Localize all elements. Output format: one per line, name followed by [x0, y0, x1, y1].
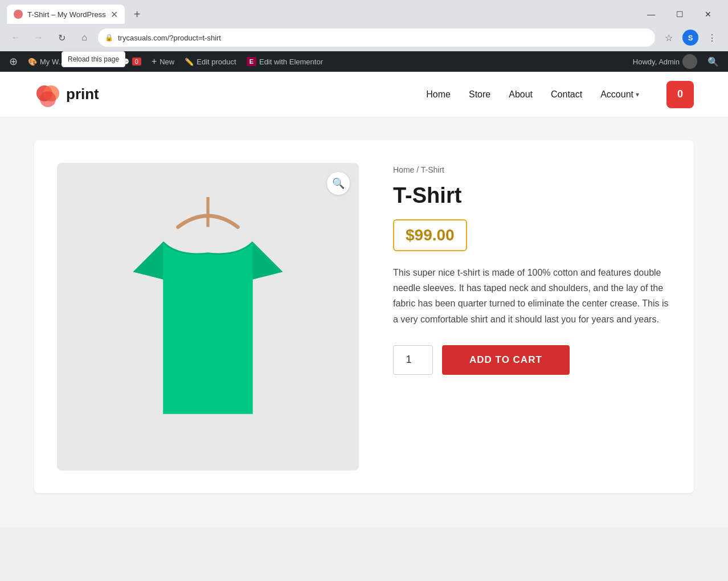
maximize-button[interactable]: ☐	[666, 5, 693, 23]
edit-product-label: Edit product	[197, 58, 236, 66]
address-bar[interactable]: 🔒 trycasuals.com/?product=t-shirt	[98, 28, 655, 47]
elementor-label: Edit with Elementor	[259, 58, 323, 66]
close-button[interactable]: ✕	[695, 5, 721, 23]
back-button[interactable]: ←	[7, 28, 25, 47]
nav-account-label: Account	[600, 89, 633, 100]
breadcrumb: Home / T-Shirt	[393, 165, 671, 174]
site-nav: Home Store About Contact Account ▾ 0	[426, 81, 694, 108]
nav-store[interactable]: Store	[469, 89, 490, 100]
window-controls: — ☐ ✕	[638, 5, 721, 23]
nav-home[interactable]: Home	[426, 89, 451, 100]
product-card: 🔍 Home	[34, 140, 694, 493]
svg-point-2	[40, 91, 56, 107]
wp-logo-item[interactable]: ⊕	[5, 51, 22, 72]
price-box: $99.00	[393, 219, 467, 251]
plus-icon: +	[152, 56, 157, 67]
paint-icon: 🎨	[28, 58, 37, 66]
wp-logo-icon: ⊕	[9, 55, 18, 68]
site-header: print Home Store About Contact Account ▾…	[0, 72, 728, 117]
tab-close-btn[interactable]: ✕	[111, 9, 118, 20]
product-details: Home / T-Shirt T-Shirt $99.00 This super…	[393, 163, 671, 470]
breadcrumb-current: T-Shirt	[421, 165, 444, 174]
product-title: T-Shirt	[393, 183, 671, 208]
admin-avatar	[682, 54, 697, 69]
tab-favicon	[14, 10, 23, 19]
menu-button[interactable]: ⋮	[703, 28, 721, 47]
new-label: New	[159, 58, 174, 66]
wp-new-item[interactable]: + New	[147, 51, 179, 72]
browser-titlebar: T-Shirt – My WordPress ✕ + — ☐ ✕	[0, 0, 728, 24]
new-tab-button[interactable]: +	[129, 6, 145, 23]
howdy-text: Howdy, Admin	[633, 58, 680, 66]
page-content: 🔍 Home	[0, 117, 728, 527]
product-description: This super nice t-shirt is made of 100% …	[393, 265, 671, 327]
browser-toolbar: ← → ↻ Reload this page ⌂ 🔒 trycasuals.co…	[0, 24, 728, 51]
comment-count: 0	[132, 58, 141, 66]
edit-icon: ✏️	[185, 58, 194, 66]
adminbar-right: Howdy, Admin 🔍	[628, 54, 723, 69]
nav-account[interactable]: Account ▾	[600, 89, 639, 100]
breadcrumb-separator: /	[416, 165, 421, 174]
url-text: trycasuals.com/?product=t-shirt	[118, 34, 221, 42]
nav-about[interactable]: About	[509, 89, 533, 100]
cart-button[interactable]: 0	[666, 81, 694, 108]
elementor-icon: E	[247, 57, 256, 66]
zoom-button[interactable]: 🔍	[327, 172, 350, 195]
lock-icon: 🔒	[105, 34, 113, 42]
cart-count: 0	[677, 88, 683, 100]
chevron-down-icon: ▾	[636, 91, 639, 99]
forward-button[interactable]: →	[30, 28, 48, 47]
wp-edit-product-item[interactable]: ✏️ Edit product	[180, 51, 240, 72]
logo-icon	[34, 81, 62, 108]
quantity-input[interactable]	[393, 345, 433, 375]
home-button[interactable]: ⌂	[75, 28, 93, 47]
profile-icon[interactable]: S	[682, 30, 698, 46]
logo-text: print	[66, 85, 99, 103]
minimize-button[interactable]: —	[638, 5, 664, 23]
add-to-cart-button[interactable]: ADD TO CART	[442, 345, 570, 375]
mysite-label: My W...	[40, 58, 64, 66]
reload-button[interactable]: ↻	[52, 28, 71, 47]
nav-contact[interactable]: Contact	[551, 89, 582, 100]
product-image	[57, 163, 359, 470]
tshirt-svg	[88, 186, 328, 448]
product-price: $99.00	[406, 226, 455, 244]
adminbar-search-btn[interactable]: 🔍	[703, 56, 723, 67]
browser-chrome: T-Shirt – My WordPress ✕ + — ☐ ✕ ← → ↻ R…	[0, 0, 728, 51]
tab-title: T-Shirt – My WordPress	[27, 10, 106, 19]
breadcrumb-home[interactable]: Home	[393, 165, 414, 174]
bookmark-button[interactable]: ☆	[660, 28, 678, 47]
howdy-item[interactable]: Howdy, Admin	[628, 54, 702, 69]
reload-tooltip: Reload this page	[62, 51, 125, 67]
wp-elementor-item[interactable]: E Edit with Elementor	[242, 51, 328, 72]
site-logo[interactable]: print	[34, 81, 99, 108]
product-image-container: 🔍	[57, 163, 359, 470]
browser-tab[interactable]: T-Shirt – My WordPress ✕	[7, 5, 125, 24]
add-to-cart-row: ADD TO CART	[393, 345, 671, 375]
